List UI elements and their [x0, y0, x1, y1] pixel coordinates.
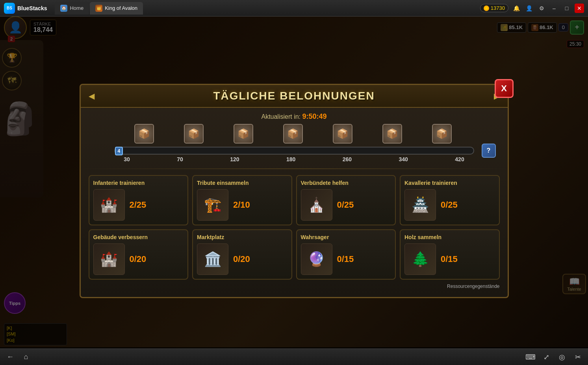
coin-icon: [484, 6, 489, 11]
milestone-120: 120: [230, 156, 239, 162]
maximize-button[interactable]: □: [562, 4, 571, 13]
milestone-340: 340: [399, 156, 408, 162]
milestone-420: 420: [455, 156, 464, 162]
user-icon[interactable]: 👤: [524, 4, 534, 13]
task-holz-image: 🌲: [404, 243, 436, 275]
tab-game[interactable]: 👑 King of Avalon: [90, 2, 143, 15]
task-verbuendete[interactable]: Verbündete helfen ⛪ 0/25: [296, 175, 396, 225]
coin-amount: 13730: [491, 5, 505, 11]
task-verbuendete-title: Verbündete helfen: [301, 180, 349, 186]
task-wahrsager-content: 🔮 0/15: [301, 243, 391, 275]
task-kavallerie-image: 🏯: [404, 189, 436, 221]
taskbar-right: ⌨ ⤢ ◎ ✂: [524, 351, 584, 363]
tab-home[interactable]: 🏠 Home: [55, 2, 89, 15]
chest-6[interactable]: 📦: [382, 124, 402, 144]
milestone-30: 30: [124, 156, 130, 162]
milestone-180: 180: [286, 156, 295, 162]
task-gebaeude[interactable]: Gebäude verbessern 🏰 0/20: [89, 229, 189, 280]
app-logo: BS BlueStacks: [0, 3, 51, 14]
task-infanterie-image: 🏰: [93, 189, 125, 221]
task-verbuendete-content: ⛪ 0/25: [301, 189, 391, 221]
taskbar: ← ⌂ ⌨ ⤢ ◎ ✂: [0, 348, 588, 365]
task-infanterie-progress: 2/25: [130, 200, 147, 210]
task-kavallerie-title: Kavallerie trainieren: [404, 180, 457, 186]
task-holz-title: Holz sammeln: [404, 234, 441, 240]
settings-icon[interactable]: ⚙: [537, 4, 546, 13]
dialog-title: TÄGLICHE BELOHNUNGEN: [213, 90, 375, 102]
task-wahrsager-progress: 0/15: [337, 254, 354, 264]
tab-bar: 🏠 Home 👑 King of Avalon: [51, 0, 143, 16]
task-holz-content: 🌲 0/15: [404, 243, 495, 275]
home-button[interactable]: ⌂: [20, 351, 32, 363]
dialog-header: ◀ TÄGLICHE BELOHNUNGEN ▶: [81, 85, 508, 108]
scissors-button[interactable]: ✂: [571, 351, 584, 363]
task-gebaeude-progress: 0/20: [130, 254, 147, 264]
task-marktplatz-content: 🏛️ 0/20: [197, 243, 288, 275]
help-button[interactable]: ?: [482, 144, 496, 158]
fullscreen-button[interactable]: ⤢: [540, 351, 553, 363]
task-kavallerie-content: 🏯 0/25: [404, 189, 495, 221]
task-infanterie[interactable]: Infanterie trainieren 🏰 2/25: [89, 175, 189, 225]
titlebar: BS BlueStacks 🏠 Home 👑 King of Avalon 13…: [0, 0, 588, 17]
task-kavallerie-progress: 0/25: [441, 200, 458, 210]
task-gebaeude-content: 🏰 0/20: [93, 243, 184, 275]
back-button[interactable]: ←: [4, 351, 17, 363]
task-tribute[interactable]: Tribute einsammeln 🏗️ 2/10: [192, 175, 292, 225]
close-dialog-button[interactable]: X: [495, 79, 514, 98]
modal-overlay: X ◀ TÄGLICHE BELOHNUNGEN ▶ Aktualisiert …: [0, 17, 588, 365]
chest-4[interactable]: 📦: [283, 124, 303, 144]
task-verbuendete-progress: 0/25: [337, 200, 354, 210]
game-tab-icon: 👑: [95, 5, 102, 12]
progress-section: 📦 📦 📦 📦 📦 📦 📦 4 ?: [81, 124, 508, 166]
task-verbuendete-image: ⛪: [301, 189, 332, 221]
game-area: 🗿 👤 2 STÄRKE 18,744 🌾 85.1K 🪵 86.1K 0 +: [0, 17, 588, 365]
milestone-260: 260: [343, 156, 352, 162]
task-marktplatz-progress: 0/20: [233, 254, 250, 264]
timer-label: Aktualisiert in:: [261, 113, 300, 120]
task-gebaeude-title: Gebäude verbessern: [93, 234, 148, 240]
chest-7[interactable]: 📦: [432, 124, 452, 144]
milestone-chests: 📦 📦 📦 📦 📦 📦 📦: [93, 124, 496, 144]
task-infanterie-title: Infanterie trainieren: [93, 180, 145, 186]
chest-2[interactable]: 📦: [184, 124, 204, 144]
chest-1[interactable]: 📦: [134, 124, 154, 144]
coin-display: 13730: [480, 4, 508, 12]
location-button[interactable]: ◎: [556, 351, 568, 363]
task-infanterie-content: 🏰 2/25: [93, 189, 184, 221]
keyboard-button[interactable]: ⌨: [524, 351, 537, 363]
app-name: BlueStacks: [17, 5, 47, 11]
minimize-button[interactable]: –: [549, 4, 559, 13]
divider: [81, 168, 508, 169]
close-window-button[interactable]: ✕: [575, 4, 584, 13]
bluestacks-icon: BS: [4, 3, 15, 14]
task-tribute-content: 🏗️ 2/10: [197, 189, 288, 221]
taskbar-left: ← ⌂: [4, 351, 32, 363]
task-gebaeude-image: 🏰: [93, 243, 125, 275]
tasks-grid: Infanterie trainieren 🏰 2/25 Tribute ein…: [81, 171, 508, 284]
notification-icon[interactable]: 🔔: [512, 4, 521, 13]
titlebar-right: 13730 🔔 👤 ⚙ – □ ✕: [480, 4, 588, 13]
ressourcen-hint: Ressourcengegenstände: [447, 284, 499, 289]
task-holz-progress: 0/15: [441, 254, 458, 264]
progress-bar-container: 4: [114, 147, 474, 155]
chest-3[interactable]: 📦: [234, 124, 253, 144]
daily-rewards-dialog: X ◀ TÄGLICHE BELOHNUNGEN ▶ Aktualisiert …: [80, 84, 509, 298]
task-wahrsager-image: 🔮: [301, 243, 332, 275]
task-marktplatz[interactable]: Marktplatz 🏛️ 0/20: [192, 229, 292, 280]
task-marktplatz-image: 🏛️: [197, 243, 228, 275]
task-wahrsager-title: Wahrsager: [301, 234, 329, 240]
milestone-70: 70: [177, 156, 183, 162]
task-marktplatz-title: Marktplatz: [197, 234, 224, 240]
task-tribute-image: 🏗️: [197, 189, 228, 221]
left-arrow-icon: ◀: [89, 91, 95, 101]
task-tribute-progress: 2/10: [233, 200, 250, 210]
task-kavallerie[interactable]: Kavallerie trainieren 🏯 0/25: [400, 175, 500, 225]
task-tribute-title: Tribute einsammeln: [197, 180, 249, 186]
task-holz[interactable]: Holz sammeln 🌲 0/15: [400, 229, 500, 280]
timer-countdown: 9:50:49: [302, 112, 327, 120]
home-tab-icon: 🏠: [60, 5, 67, 12]
milestone-labels: 30 70 120 180 260 340 420: [93, 156, 496, 162]
chest-5[interactable]: 📦: [333, 124, 352, 144]
timer-section: Aktualisiert in: 9:50:49: [81, 108, 508, 124]
task-wahrsager[interactable]: Wahrsager 🔮 0/15: [296, 229, 396, 280]
